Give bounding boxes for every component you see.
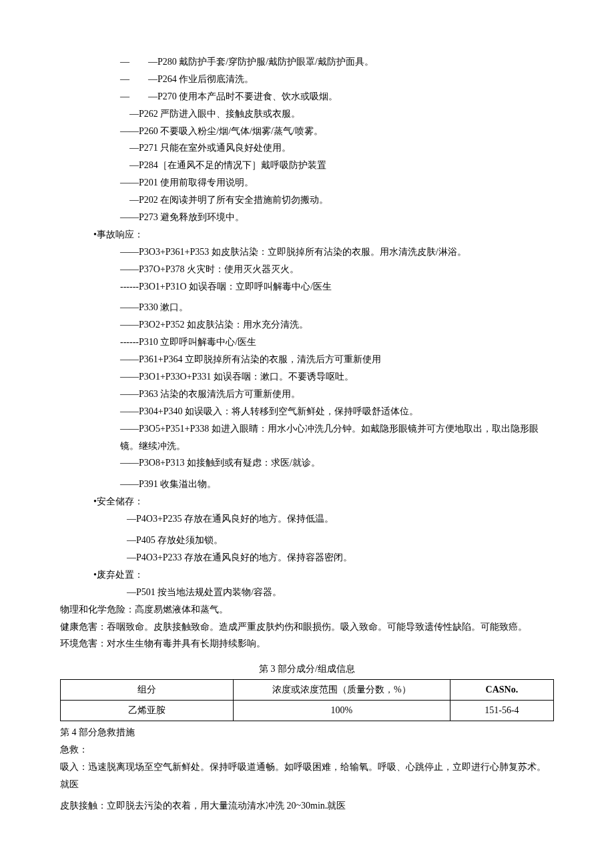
td-component: 乙烯亚胺 — [61, 701, 234, 721]
storage-item: —P405 存放处须加锁。 — [60, 532, 554, 549]
accident-item: ------P310 立即呼叫解毒中心/医生 — [60, 334, 554, 351]
storage-list: —P4O3+P235 存放在通风良好的地方。保持低温。 —P405 存放处须加锁… — [60, 510, 554, 566]
prevention-item: ——P260 不要吸入粉尘/烟/气体/烟雾/蒸气/喷雾。 — [60, 123, 554, 140]
section-3-title: 第 3 部分成分/组成信息 — [60, 661, 554, 678]
th-component: 组分 — [61, 680, 234, 701]
prevention-item: —P284［在通风不足的情况下］戴呼吸防护装置 — [60, 157, 554, 174]
storage-item: —P4O3+P235 存放在通风良好的地方。保持低温。 — [60, 510, 554, 528]
accident-item: ——P3O2+P352 如皮肤沾染：用水充分清洗。 — [60, 316, 554, 334]
prevention-item: —P262 严防进入眼中、接触皮肤或衣服。 — [60, 105, 554, 123]
prevention-item: —P271 只能在室外或通风良好处使用。 — [60, 139, 554, 157]
td-concentration: 100% — [233, 701, 450, 721]
disposal-item: —P501 按当地法规处置内装物/容器。 — [60, 584, 554, 601]
prevention-item: — —P264 作业后彻底清洗。 — [60, 71, 554, 88]
accident-response-label: •事故响应： — [60, 226, 554, 244]
accident-list: ——P3O3+P361+P353 如皮肤沾染：立即脱掉所有沾染的衣服。用水清洗皮… — [60, 244, 554, 493]
table-row: 乙烯亚胺 100% 151-56-4 — [61, 701, 554, 721]
accident-item: ——P391 收集溢出物。 — [60, 476, 554, 493]
disposal-label: •废弃处置： — [60, 566, 554, 584]
accident-item: ——P37O+P378 火灾时：使用灭火器灭火。 — [60, 261, 554, 278]
accident-item: ——P3O8+P313 如接触到或有疑虑：求医/就诊。 — [60, 454, 554, 472]
accident-item: ——P363 沾染的衣服清洗后方可重新使用。 — [60, 386, 554, 403]
composition-table: 组分 浓度或浓度范围（质量分数，%） CASNo. 乙烯亚胺 100% 151-… — [60, 679, 554, 721]
safe-storage-label: •安全储存： — [60, 493, 554, 510]
prevention-item: —P202 在阅读并明了所有安全措施前切勿搬动。 — [60, 191, 554, 209]
accident-item: ——P361+P364 立即脱掉所有沾染的衣服，清洗后方可重新使用 — [60, 351, 554, 368]
section-4-title: 第 4 部分急救措施 — [60, 724, 554, 741]
accident-item: ——P330 漱口。 — [60, 299, 554, 316]
storage-item: —P4O3+P233 存放在通风良好的地方。保持容器密闭。 — [60, 549, 554, 566]
first-aid-label: 急救： — [60, 741, 554, 759]
th-cas: CASNo. — [450, 680, 553, 701]
accident-item: ——P3O1+P33O+P331 如误吞咽：漱口。不要诱导呕吐。 — [60, 368, 554, 386]
accident-item: ——P3O3+P361+P353 如皮肤沾染：立即脱掉所有沾染的衣服。用水清洗皮… — [60, 244, 554, 261]
prevention-list: — —P280 戴防护手套/穿防护服/戴防护眼罩/戴防护面具。 — —P264 … — [60, 53, 554, 226]
disposal-list: —P501 按当地法规处置内装物/容器。 — [60, 584, 554, 601]
prevention-item: ——P273 避免释放到环境中。 — [60, 209, 554, 226]
accident-item: ------P3O1+P31O 如误吞咽：立即呼叫解毒中心/医生 — [60, 278, 554, 296]
accident-item: ——P3O5+P351+P338 如进入眼睛：用水小心冲洗几分钟。如戴隐形眼镜并… — [60, 420, 554, 455]
first-aid-skin: 皮肤接触：立即脱去污染的衣着，用大量流动清水冲洗 20~30min.就医 — [60, 797, 554, 815]
td-cas: 151-56-4 — [450, 701, 553, 721]
first-aid-inhale: 吸入：迅速脱离现场至空气新鲜处。保持呼吸道通畅。如呼吸困难，给输氧。呼吸、心跳停… — [60, 759, 554, 793]
physical-chemical-hazard: 物理和化学危险：高度易燃液体和蒸气。 — [60, 601, 554, 618]
prevention-item: — —P270 使用本产品时不要进食、饮水或吸烟。 — [60, 88, 554, 105]
prevention-item: — —P280 戴防护手套/穿防护服/戴防护眼罩/戴防护面具。 — [60, 53, 554, 71]
th-concentration: 浓度或浓度范围（质量分数，%） — [233, 680, 450, 701]
prevention-item: ——P201 使用前取得专用说明。 — [60, 174, 554, 191]
health-hazard: 健康危害：吞咽致命。皮肤接触致命。造成严重皮肤灼伤和眼损伤。吸入致命。可能导致遗… — [60, 618, 554, 636]
table-header-row: 组分 浓度或浓度范围（质量分数，%） CASNo. — [61, 680, 554, 701]
accident-item: ——P304+P340 如误吸入：将人转移到空气新鲜处，保持呼吸舒适体位。 — [60, 403, 554, 420]
environment-hazard: 环境危害：对水生生物有毒并具有长期持续影响。 — [60, 635, 554, 653]
